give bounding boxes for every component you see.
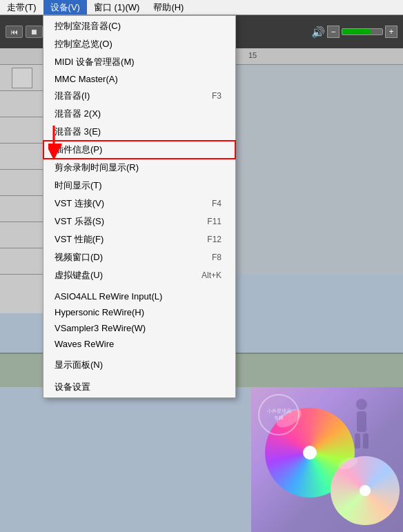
track-label-6	[0, 196, 43, 222]
svg-rect-3	[363, 433, 368, 449]
menu-item-show-panel[interactable]: 显示面板(N)	[43, 356, 235, 374]
menu-item-control-room-mixer[interactable]: 控制室混音器(C)	[43, 17, 235, 35]
menu-item-midi-device-manager[interactable]: MIDI 设备管理器(M)	[43, 53, 235, 71]
menu-item-time-display[interactable]: 时间显示(T)	[43, 177, 235, 195]
track-label-8	[0, 248, 43, 275]
menu-item-vsampler3-rewire[interactable]: VSampler3 ReWire(W)	[43, 320, 235, 336]
menu-item-mixer[interactable]: 混音器(I) F3	[43, 87, 235, 105]
track-label-4	[0, 144, 43, 170]
menu-item-video-window[interactable]: 视频窗口(D) F8	[43, 248, 235, 266]
svg-rect-1	[357, 411, 366, 432]
menu-item-plugin-info[interactable]: 插件信息(P)	[43, 141, 235, 159]
track-label-2	[0, 91, 43, 117]
cd-hole-1	[303, 446, 317, 460]
menu-item-走带[interactable]: 走带(T)	[0, 0, 43, 14]
speaker-icon: 🔊	[311, 26, 325, 39]
menu-item-帮助[interactable]: 帮助(H)	[146, 0, 190, 14]
menu-item-窗口[interactable]: 窗口 (1)(W)	[87, 0, 146, 14]
ruler-mark-15: 15	[248, 51, 257, 59]
track-label-area	[0, 65, 45, 313]
svg-rect-2	[355, 433, 360, 449]
menu-item-waves-rewire[interactable]: Waves ReWire	[43, 336, 235, 352]
menubar: 走带(T) 设备(V) 窗口 (1)(W) 帮助(H)	[0, 0, 403, 15]
menu-item-remaining-record-time[interactable]: 剪余录制时间显示(R)	[43, 159, 235, 177]
track-label-3	[0, 117, 43, 144]
dropdown-menu: 控制室混音器(C) 控制室总览(O) MIDI 设备管理器(M) MMC Mas…	[43, 15, 236, 398]
menu-item-control-room-overview[interactable]: 控制室总览(O)	[43, 35, 235, 53]
menu-item-device-settings[interactable]: 设备设置	[43, 378, 235, 396]
menu-item-设备[interactable]: 设备(V)	[43, 0, 87, 14]
menu-item-asio4all-rewire[interactable]: ASIO4ALL ReWire Input(L)	[43, 288, 235, 304]
menu-item-vst-performance[interactable]: VST 性能(F) F12	[43, 230, 235, 248]
menu-item-virtual-keyboard[interactable]: 虚拟键盘(U) Alt+K	[43, 266, 235, 284]
volume-down-button[interactable]: −	[327, 26, 340, 38]
transport-btn-rewind[interactable]: ⏮	[6, 26, 23, 38]
cd-disc-2	[331, 456, 400, 525]
figure-silhouette	[348, 397, 375, 453]
track-label-7	[0, 222, 43, 248]
menu-item-mixer-2[interactable]: 混音器 2(X)	[43, 105, 235, 123]
menu-item-hypersonic-rewire[interactable]: Hypersonic ReWire(H)	[43, 304, 235, 320]
track-label-1	[0, 65, 43, 91]
bottom-decoration: 小外星球员专辑	[251, 387, 403, 532]
cd-hole-2	[360, 485, 371, 496]
volume-up-button[interactable]: +	[385, 26, 397, 38]
menu-item-vst-connections[interactable]: VST 连接(V) F4	[43, 195, 235, 213]
menu-item-mmc-master[interactable]: MMC Master(A)	[43, 71, 235, 87]
menu-item-mixer-3[interactable]: 混音器 3(E)	[43, 123, 235, 141]
disc-label: 小外星球员专辑	[258, 394, 299, 435]
menu-item-vst-instruments[interactable]: VST 乐器(S) F11	[43, 213, 235, 230]
svg-point-0	[356, 399, 367, 410]
transport-btn-stop[interactable]: ⏹	[26, 26, 43, 38]
track-label-5	[0, 170, 43, 196]
